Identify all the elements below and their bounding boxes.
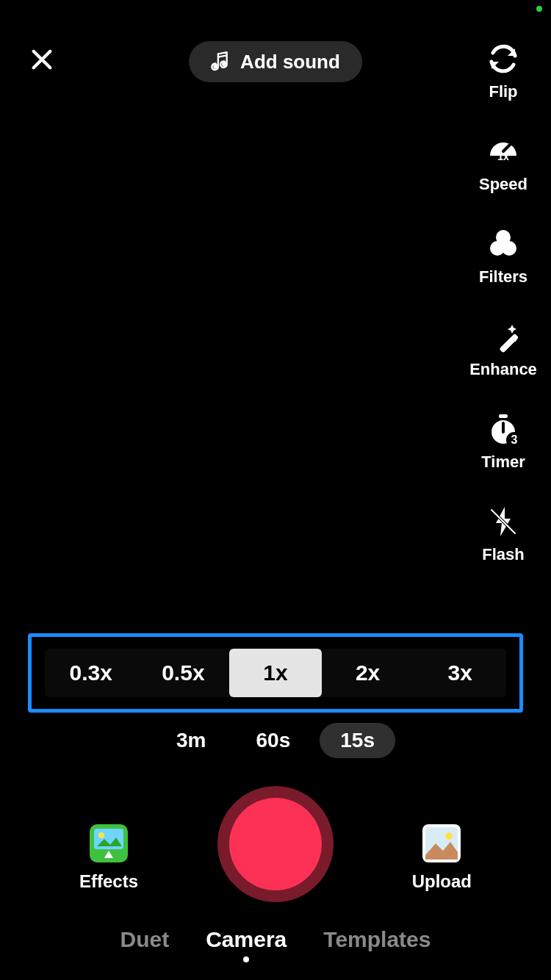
upload-button[interactable]: Upload	[412, 823, 472, 892]
speed-option-2x[interactable]: 2x	[322, 649, 414, 697]
add-sound-label: Add sound	[240, 51, 340, 73]
svg-point-1	[222, 62, 227, 67]
mode-tab-label: Templates	[323, 927, 431, 952]
speed-selector: 0.3x0.5x1x2x3x	[45, 649, 506, 697]
effects-button[interactable]: Effects	[79, 823, 138, 892]
enhance-label: Enhance	[469, 360, 537, 379]
enhance-button[interactable]: Enhance	[470, 319, 536, 379]
flip-label: Flip	[489, 82, 517, 101]
magic-wand-icon	[486, 319, 521, 354]
gallery-icon	[421, 823, 462, 864]
speed-option-0-3x[interactable]: 0.3x	[45, 649, 137, 697]
duration-selector: 3m60s15s	[0, 723, 551, 758]
active-indicator-dot	[243, 956, 249, 962]
add-sound-button[interactable]: Add sound	[189, 41, 362, 82]
mode-tab-duet[interactable]: Duet	[120, 927, 170, 962]
record-button-inner	[229, 798, 322, 890]
svg-rect-6	[499, 334, 519, 353]
record-button[interactable]	[217, 786, 334, 902]
timer-button[interactable]: 3 Timer	[470, 411, 536, 472]
svg-point-11	[98, 832, 104, 838]
speed-option-0-5x[interactable]: 0.5x	[137, 649, 230, 697]
mode-tab-label: Duet	[120, 927, 170, 952]
mode-tab-label: Camera	[206, 927, 287, 952]
music-note-icon	[211, 51, 230, 73]
svg-point-14	[445, 832, 453, 840]
svg-rect-7	[499, 414, 508, 418]
timer-badge: 3	[506, 432, 522, 448]
filters-label: Filters	[479, 267, 527, 287]
upload-label: Upload	[412, 871, 472, 892]
svg-point-5	[502, 241, 516, 256]
duration-option-3m[interactable]: 3m	[156, 723, 226, 758]
mode-tab-camera[interactable]: Camera	[206, 927, 287, 962]
timer-label: Timer	[481, 453, 525, 472]
effects-icon	[88, 823, 129, 864]
flip-button[interactable]: Flip	[470, 41, 536, 101]
flash-off-icon	[486, 504, 521, 539]
speed-button[interactable]: 1x Speed	[470, 134, 536, 194]
duration-option-60s[interactable]: 60s	[236, 723, 311, 758]
speed-option-1x[interactable]: 1x	[229, 649, 322, 697]
flash-button[interactable]: Flash	[470, 504, 536, 564]
svg-text:1x: 1x	[497, 151, 509, 162]
right-tools-rail: Flip 1x Speed Filters	[470, 41, 536, 564]
mode-tab-templates[interactable]: Templates	[323, 927, 431, 962]
timer-icon: 3	[486, 411, 521, 447]
duration-option-15s[interactable]: 15s	[320, 723, 395, 758]
speedometer-icon: 1x	[486, 134, 521, 169]
effects-label: Effects	[79, 871, 138, 892]
mode-tabs: DuetCameraTemplates	[0, 927, 551, 962]
close-button[interactable]	[22, 40, 62, 79]
speed-option-3x[interactable]: 3x	[414, 649, 506, 697]
flip-icon	[486, 41, 521, 76]
speed-selector-highlight: 0.3x0.5x1x2x3x	[28, 633, 523, 713]
speed-label: Speed	[479, 175, 527, 194]
svg-point-0	[213, 64, 218, 69]
flash-label: Flash	[482, 545, 524, 564]
filters-button[interactable]: Filters	[470, 226, 536, 287]
filters-icon	[486, 226, 521, 262]
status-indicator-dot	[536, 6, 542, 12]
close-icon	[29, 47, 54, 72]
